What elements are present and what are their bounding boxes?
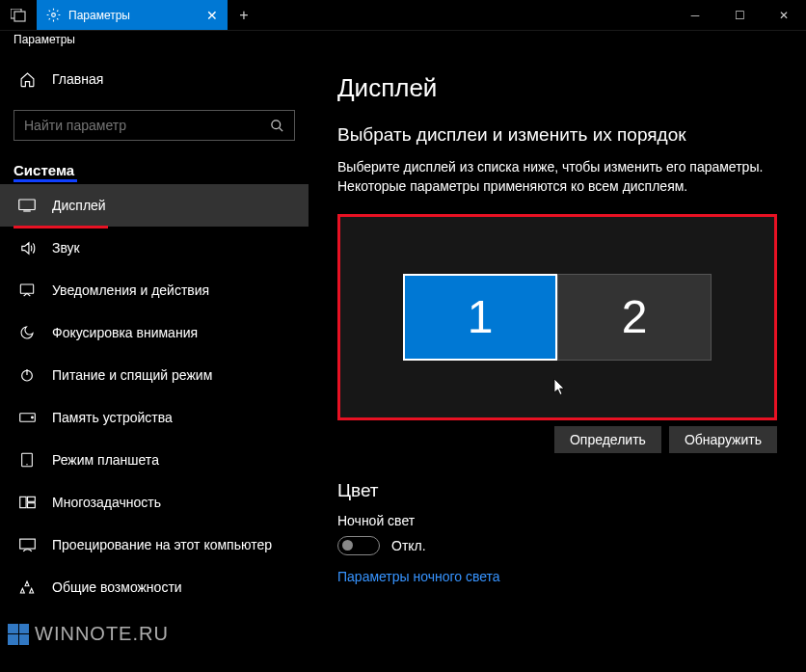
search-input[interactable] xyxy=(24,118,270,133)
night-light-toggle[interactable] xyxy=(337,536,380,555)
night-light-label: Ночной свет xyxy=(337,513,777,528)
home-icon xyxy=(17,71,37,88)
multitask-icon xyxy=(17,496,37,509)
sidebar-item-display[interactable]: Дисплей xyxy=(0,184,309,227)
gear-icon xyxy=(46,8,61,22)
new-tab-button[interactable]: + xyxy=(228,0,260,30)
display-icon xyxy=(17,199,37,212)
search-input-container[interactable] xyxy=(13,110,295,141)
cursor-icon xyxy=(553,379,567,396)
sidebar-home-label: Главная xyxy=(52,71,103,87)
sidebar-item-focus[interactable]: Фокусировка внимания xyxy=(0,311,309,354)
arrange-heading: Выбрать дисплеи и изменить их порядок xyxy=(337,124,777,146)
tab-close-button[interactable]: ✕ xyxy=(206,8,218,23)
sidebar-home[interactable]: Главная xyxy=(0,58,309,100)
svg-point-3 xyxy=(272,120,281,128)
sidebar-item-power[interactable]: Питание и спящий режим xyxy=(0,354,309,396)
moon-icon xyxy=(17,325,37,340)
window-close-button[interactable]: ✕ xyxy=(762,0,806,30)
svg-rect-17 xyxy=(19,539,35,549)
tab-title: Параметры xyxy=(68,9,199,22)
sidebar-item-notifications[interactable]: Уведомления и действия xyxy=(0,269,309,311)
maximize-button[interactable]: ☐ xyxy=(717,0,762,30)
svg-rect-15 xyxy=(27,497,35,501)
tablet-icon xyxy=(17,452,37,468)
tab-settings[interactable]: Параметры ✕ xyxy=(37,0,228,30)
project-icon xyxy=(17,538,37,552)
sound-icon xyxy=(17,240,37,256)
identify-button[interactable]: Определить xyxy=(554,426,661,453)
task-view-icon[interactable] xyxy=(0,0,37,30)
monitor-2[interactable]: 2 xyxy=(557,274,712,361)
search-icon xyxy=(270,119,284,133)
sidebar-category-system: Система xyxy=(0,154,309,184)
night-light-settings-link[interactable]: Параметры ночного света xyxy=(337,569,777,584)
svg-point-11 xyxy=(31,417,33,418)
sidebar-item-shared[interactable]: Общие возможности xyxy=(0,566,309,608)
sidebar-item-projecting[interactable]: Проецирование на этот компьютер xyxy=(0,524,309,566)
sidebar-item-sound[interactable]: Звук xyxy=(0,227,309,269)
shared-icon xyxy=(17,579,37,595)
breadcrumb: Параметры xyxy=(0,31,806,50)
svg-rect-1 xyxy=(14,12,25,21)
sidebar-item-storage[interactable]: Память устройства xyxy=(0,396,309,439)
svg-rect-5 xyxy=(19,200,36,210)
display-arrangement-area[interactable]: 1 2 xyxy=(337,214,777,420)
arrange-description: Выберите дисплей из списка ниже, чтобы и… xyxy=(337,157,777,197)
page-title: Дисплей xyxy=(337,73,777,103)
svg-point-2 xyxy=(52,13,56,17)
svg-line-4 xyxy=(279,127,282,131)
sidebar-item-multitask[interactable]: Многозадачность xyxy=(0,481,309,524)
toggle-state: Откл. xyxy=(391,538,426,553)
svg-rect-7 xyxy=(20,284,33,293)
minimize-button[interactable]: ─ xyxy=(673,0,717,30)
svg-rect-16 xyxy=(27,503,35,508)
storage-icon xyxy=(17,412,37,423)
color-heading: Цвет xyxy=(337,480,777,501)
watermark: WINNOTE.RU xyxy=(8,623,169,645)
monitor-1[interactable]: 1 xyxy=(403,274,557,361)
power-icon xyxy=(17,367,37,383)
detect-button[interactable]: Обнаружить xyxy=(669,426,777,453)
svg-rect-14 xyxy=(19,497,25,507)
notifications-icon xyxy=(17,282,37,298)
sidebar-item-tablet[interactable]: Режим планшета xyxy=(0,439,309,481)
